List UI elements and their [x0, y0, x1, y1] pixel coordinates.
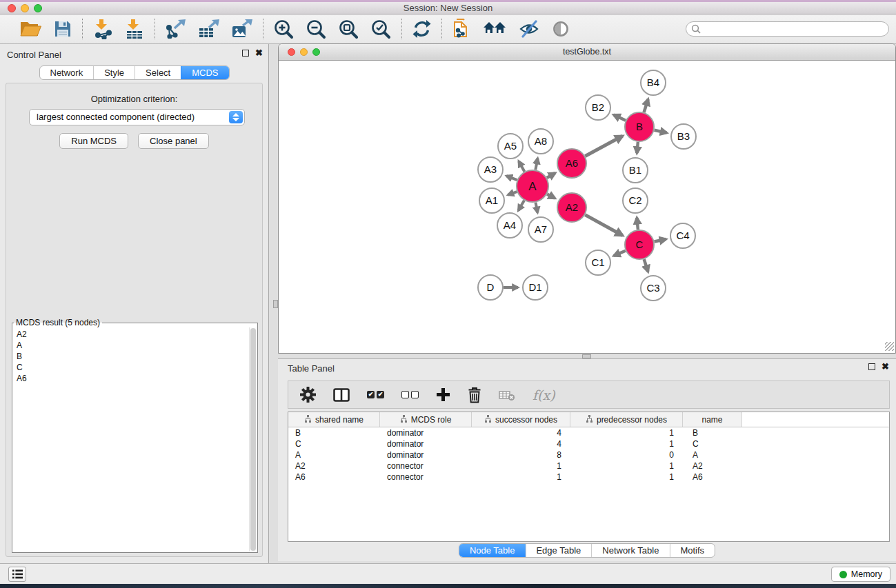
node-D[interactable]: D: [478, 275, 503, 300]
delete-column-trash-icon[interactable]: [468, 387, 481, 403]
node-A1[interactable]: A1: [479, 188, 504, 213]
edge-C-C3[interactable]: [644, 259, 648, 272]
network-close-button[interactable]: [288, 48, 295, 56]
column-header-MCDS-role[interactable]: MCDS role: [380, 412, 472, 427]
import-network-icon[interactable]: [93, 19, 112, 39]
close-window-button[interactable]: [8, 4, 16, 12]
edge-B-B3[interactable]: [654, 130, 666, 133]
node-C4[interactable]: C4: [670, 223, 695, 248]
node-B3[interactable]: B3: [671, 124, 696, 149]
zoom-out-icon[interactable]: [306, 19, 326, 39]
node-B[interactable]: B: [625, 112, 654, 141]
minimize-window-button[interactable]: [21, 4, 29, 12]
table-tab-network-table[interactable]: Network Table: [591, 544, 669, 557]
memory-button[interactable]: Memory: [831, 567, 890, 582]
table-tab-node-table[interactable]: Node Table: [459, 544, 526, 557]
tab-mcds[interactable]: MCDS: [181, 66, 228, 79]
node-A[interactable]: A: [517, 170, 548, 202]
search-input[interactable]: [686, 21, 889, 37]
node-A5[interactable]: A5: [498, 134, 523, 159]
export-network-icon[interactable]: [166, 19, 186, 39]
select-all-icon[interactable]: ✔✔: [367, 391, 384, 398]
edge-A-A1[interactable]: [508, 192, 517, 195]
export-image-icon[interactable]: [232, 19, 252, 39]
edge-C-C1[interactable]: [614, 251, 626, 256]
vertical-splitter-handle[interactable]: [273, 300, 278, 308]
edge-A6-B[interactable]: [585, 136, 622, 156]
network-window-titlebar[interactable]: testGlobe.txt: [279, 44, 895, 61]
edge-C-C2[interactable]: [637, 218, 638, 230]
zoom-window-button[interactable]: [34, 4, 42, 12]
node-A4[interactable]: A4: [497, 213, 522, 238]
column-header-successor-nodes[interactable]: successor nodes: [472, 412, 570, 427]
open-session-icon[interactable]: [20, 20, 41, 38]
table-tab-edge-table[interactable]: Edge Table: [525, 544, 591, 557]
add-column-icon[interactable]: [436, 387, 450, 402]
network-zoom-button[interactable]: [312, 48, 320, 56]
edge-B-B4[interactable]: [644, 99, 648, 112]
import-table-icon[interactable]: [125, 19, 144, 39]
criterion-select[interactable]: largest connected component (directed): [29, 109, 245, 125]
table-row[interactable]: Bdominator41B: [288, 427, 889, 438]
column-header-shared-name[interactable]: shared name: [288, 412, 380, 427]
edge-B-B2[interactable]: [614, 115, 626, 121]
node-C3[interactable]: C3: [641, 276, 666, 301]
mcds-list-scrollbar[interactable]: [249, 327, 257, 551]
edge-A2-C[interactable]: [585, 215, 622, 236]
close-panel-icon[interactable]: ✖: [255, 50, 263, 57]
close-panel-button[interactable]: Close panel: [138, 133, 209, 149]
node-C[interactable]: C: [625, 230, 654, 259]
node-C1[interactable]: C1: [586, 250, 610, 275]
column-header-name[interactable]: name: [683, 412, 742, 427]
table-row[interactable]: A2connector11A2: [288, 460, 889, 472]
mcds-result-list[interactable]: A2ABCA6: [13, 327, 249, 551]
refresh-icon[interactable]: [412, 19, 431, 39]
float-panel-icon[interactable]: [242, 50, 249, 57]
edge-A-A2[interactable]: [547, 194, 555, 198]
node-B2[interactable]: B2: [586, 95, 610, 120]
delete-table-icon[interactable]: [499, 389, 515, 401]
hide-selected-icon[interactable]: [519, 20, 539, 38]
edge-A-A5[interactable]: [519, 161, 524, 172]
save-session-icon[interactable]: [54, 20, 72, 38]
deselect-all-icon[interactable]: [401, 391, 419, 398]
edge-B-B1[interactable]: [637, 142, 638, 153]
show-columns-icon[interactable]: [333, 388, 350, 402]
tab-style[interactable]: Style: [93, 66, 135, 79]
edge-A-A6[interactable]: [547, 173, 555, 178]
node-D1[interactable]: D1: [523, 275, 548, 300]
node-A2[interactable]: A2: [557, 193, 586, 222]
table-row[interactable]: Adominator80A: [288, 449, 889, 460]
zoom-fit-icon[interactable]: [339, 19, 359, 39]
edge-C-C4[interactable]: [655, 239, 666, 242]
close-table-panel-icon[interactable]: ✖: [882, 363, 889, 370]
first-neighbors-icon[interactable]: [483, 21, 506, 37]
node-A7[interactable]: A7: [528, 217, 553, 242]
node-C2[interactable]: C2: [623, 188, 648, 213]
edge-A-A8[interactable]: [535, 159, 537, 170]
zoom-in-icon[interactable]: [274, 19, 294, 39]
table-settings-gear-icon[interactable]: [300, 387, 316, 403]
edge-A-A4[interactable]: [519, 201, 524, 211]
new-network-from-selection-icon[interactable]: [452, 19, 470, 40]
function-builder-icon[interactable]: f(x): [532, 387, 555, 403]
float-table-panel-icon[interactable]: [868, 363, 875, 370]
column-header-predecessor-nodes[interactable]: predecessor nodes: [570, 412, 683, 427]
zoom-selected-icon[interactable]: [371, 19, 391, 39]
node-A3[interactable]: A3: [478, 157, 503, 182]
resize-grip[interactable]: [885, 342, 894, 351]
network-minimize-button[interactable]: [300, 48, 308, 56]
network-canvas[interactable]: AA1A3A5A8A6A2A4A7BB2B4B3B1CC2C1C4C3DD1: [279, 61, 895, 352]
task-history-button[interactable]: [8, 567, 26, 582]
edge-A-A7[interactable]: [535, 203, 537, 213]
tab-network[interactable]: Network: [39, 66, 93, 79]
tab-select[interactable]: Select: [135, 66, 181, 79]
run-mcds-button[interactable]: Run MCDS: [59, 133, 128, 149]
node-A6[interactable]: A6: [557, 149, 586, 178]
show-hide-panels-icon[interactable]: [552, 20, 570, 38]
table-row[interactable]: Cdominator41C: [288, 438, 889, 449]
edge-A-A3[interactable]: [506, 176, 517, 180]
table-row[interactable]: A6connector11A6: [288, 472, 889, 483]
node-B1[interactable]: B1: [623, 158, 648, 183]
node-B4[interactable]: B4: [641, 70, 666, 95]
